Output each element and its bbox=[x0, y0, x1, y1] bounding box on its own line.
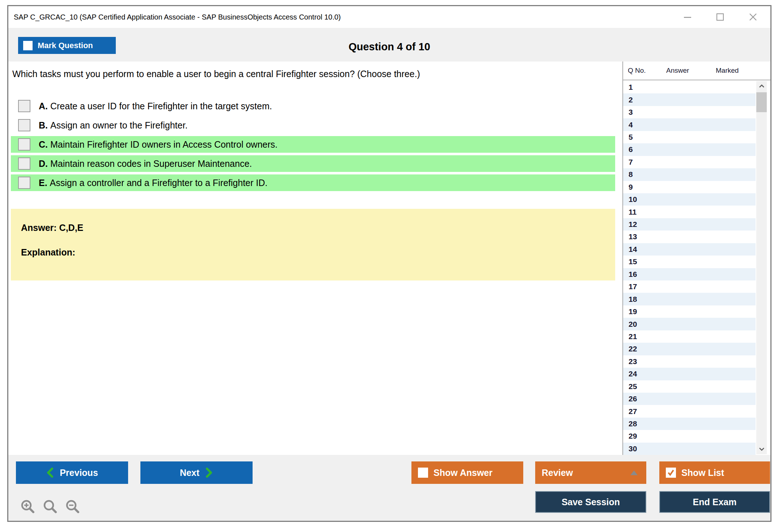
option-checkbox[interactable] bbox=[18, 177, 30, 189]
save-session-button[interactable]: Save Session bbox=[535, 491, 646, 513]
show-answer-label: Show Answer bbox=[434, 468, 492, 478]
column-answer: Answer bbox=[666, 62, 689, 80]
question-list-row[interactable]: 9 bbox=[623, 181, 756, 193]
question-number: 10 bbox=[629, 195, 637, 204]
question-list-row[interactable]: 6 bbox=[623, 143, 756, 156]
option-letter: A. bbox=[39, 101, 50, 111]
question-counter: Question 4 of 10 bbox=[8, 41, 770, 53]
question-list-row[interactable]: 14 bbox=[623, 243, 756, 256]
question-list-row[interactable]: 1 bbox=[623, 81, 756, 93]
scroll-down-icon[interactable] bbox=[756, 444, 767, 454]
question-number: 12 bbox=[629, 220, 637, 229]
question-number: 3 bbox=[629, 108, 633, 117]
chevron-right-icon bbox=[205, 468, 213, 478]
end-exam-button[interactable]: End Exam bbox=[659, 491, 770, 513]
column-qno: Q No. bbox=[628, 62, 646, 80]
explanation-label: Explanation: bbox=[21, 247, 75, 258]
question-list-row[interactable]: 22 bbox=[623, 343, 756, 355]
question-number: 21 bbox=[629, 332, 637, 341]
review-button[interactable]: Review bbox=[535, 461, 646, 484]
question-number: 29 bbox=[629, 432, 637, 440]
question-number: 19 bbox=[629, 307, 637, 316]
answer-option-row[interactable]: A. Create a user ID for the Firefighter … bbox=[11, 98, 615, 114]
exam-window: SAP C_GRCAC_10 (SAP Certified Applicatio… bbox=[7, 5, 771, 522]
option-checkbox[interactable] bbox=[18, 138, 30, 151]
question-list-row[interactable]: 30 bbox=[623, 443, 756, 455]
title-bar: SAP C_GRCAC_10 (SAP Certified Applicatio… bbox=[8, 6, 770, 28]
question-number: 11 bbox=[629, 208, 637, 216]
question-list-row[interactable]: 19 bbox=[623, 305, 756, 318]
question-list-row[interactable]: 26 bbox=[623, 393, 756, 405]
question-list-row[interactable]: 18 bbox=[623, 293, 756, 305]
review-label: Review bbox=[542, 468, 573, 478]
question-list-row[interactable]: 16 bbox=[623, 268, 756, 280]
option-letter: C. bbox=[39, 139, 50, 149]
zoom-out-icon[interactable] bbox=[65, 499, 81, 515]
question-list-row[interactable]: 21 bbox=[623, 330, 756, 343]
question-list-row[interactable]: 5 bbox=[623, 131, 756, 143]
magnifier-icon[interactable] bbox=[42, 499, 58, 515]
answer-option-row[interactable]: E. Assign a controller and a Firefighter… bbox=[11, 174, 615, 191]
next-label: Next bbox=[180, 468, 199, 478]
answer-option-row[interactable]: C. Maintain Firefighter ID owners in Acc… bbox=[11, 136, 615, 153]
chevron-left-icon bbox=[46, 468, 54, 478]
question-list-row[interactable]: 25 bbox=[623, 380, 756, 393]
question-list-row[interactable]: 28 bbox=[623, 418, 756, 430]
question-list-row[interactable]: 12 bbox=[623, 218, 756, 231]
maximize-icon[interactable] bbox=[715, 12, 725, 22]
window-title: SAP C_GRCAC_10 (SAP Certified Applicatio… bbox=[14, 6, 341, 28]
question-list-row[interactable]: 20 bbox=[623, 318, 756, 330]
question-number: 26 bbox=[629, 394, 637, 403]
question-list-rows: 1 2 3 4 5 6 7 8 9 10 11 12 13 14 15 bbox=[623, 81, 756, 455]
question-list-row[interactable]: 15 bbox=[623, 256, 756, 268]
answer-label: Answer: C,D,E bbox=[21, 223, 83, 233]
zoom-controls bbox=[20, 499, 81, 515]
question-list-row[interactable]: 7 bbox=[623, 156, 756, 168]
question-number: 7 bbox=[629, 158, 633, 166]
question-number: 28 bbox=[629, 419, 637, 428]
question-list-row[interactable]: 24 bbox=[623, 368, 756, 380]
question-list-row[interactable]: 17 bbox=[623, 280, 756, 293]
question-list-row[interactable]: 29 bbox=[623, 430, 756, 442]
show-list-button[interactable]: Show List bbox=[659, 461, 770, 484]
option-letter: E. bbox=[39, 178, 50, 188]
question-list-row[interactable]: 11 bbox=[623, 206, 756, 218]
close-icon[interactable] bbox=[748, 12, 758, 22]
question-list-row[interactable]: 2 bbox=[623, 93, 756, 106]
window-controls bbox=[683, 12, 758, 22]
question-list-row[interactable]: 8 bbox=[623, 168, 756, 181]
question-number: 18 bbox=[629, 295, 637, 304]
next-button[interactable]: Next bbox=[140, 461, 253, 484]
previous-button[interactable]: Previous bbox=[16, 461, 128, 484]
option-text: Maintain Firefighter ID owners in Access… bbox=[50, 139, 278, 149]
zoom-in-icon[interactable] bbox=[20, 499, 36, 515]
question-list-row[interactable]: 10 bbox=[623, 193, 756, 206]
show-answer-checkbox[interactable] bbox=[418, 468, 428, 478]
option-checkbox[interactable] bbox=[18, 100, 30, 112]
question-number: 13 bbox=[629, 232, 637, 241]
question-list-row[interactable]: 3 bbox=[623, 106, 756, 118]
question-list-scrollbar[interactable] bbox=[756, 81, 767, 454]
scroll-up-icon[interactable] bbox=[756, 81, 767, 91]
scrollbar-thumb[interactable] bbox=[756, 92, 767, 112]
question-number: 30 bbox=[629, 444, 637, 453]
question-number: 23 bbox=[629, 357, 637, 366]
question-list-row[interactable]: 23 bbox=[623, 355, 756, 368]
question-list-row[interactable]: 27 bbox=[623, 405, 756, 417]
show-answer-button[interactable]: Show Answer bbox=[411, 461, 523, 484]
previous-label: Previous bbox=[60, 468, 98, 478]
question-panel: Which tasks must you perform to enable a… bbox=[8, 62, 622, 455]
option-checkbox[interactable] bbox=[18, 157, 30, 170]
show-list-checkbox[interactable] bbox=[666, 468, 676, 478]
question-number: 24 bbox=[629, 370, 637, 378]
question-list-row[interactable]: 4 bbox=[623, 118, 756, 131]
minimize-icon[interactable] bbox=[683, 12, 692, 22]
answer-option-row[interactable]: D. Maintain reason codes in Superuser Ma… bbox=[11, 155, 615, 172]
question-list-row[interactable]: 13 bbox=[623, 231, 756, 243]
triangle-up-icon bbox=[630, 470, 638, 475]
answer-option-row[interactable]: B. Assign an owner to the Firefighter. bbox=[11, 117, 615, 134]
question-number: 4 bbox=[629, 121, 633, 129]
option-text: Assign a controller and a Firefighter to… bbox=[50, 178, 268, 188]
option-checkbox[interactable] bbox=[18, 119, 30, 131]
question-number: 14 bbox=[629, 245, 637, 254]
